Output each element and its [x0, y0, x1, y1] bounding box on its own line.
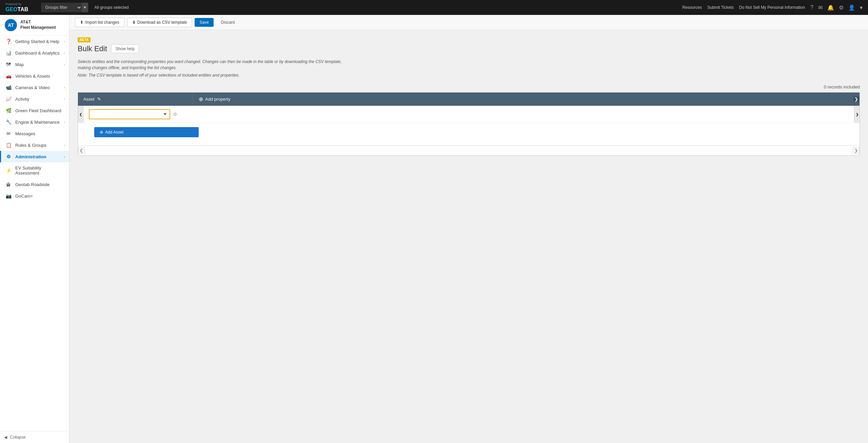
sidebar-item-rules[interactable]: 📋 Rules & Groups › [0, 139, 69, 151]
dashboard-icon: 📊 [5, 50, 12, 56]
sidebar-item-label: Administration [15, 154, 60, 159]
logo-brand-tab: TAB [18, 6, 28, 13]
discard-btn[interactable]: Discard [216, 18, 240, 27]
sidebar-item-engine[interactable]: 🔧 Engine & Maintenance › [0, 116, 69, 128]
submit-tickets-link[interactable]: Submit Tickets [707, 5, 734, 10]
bulk-edit-table: Asset ✎ ⊕ Add property ❯ [78, 92, 860, 156]
sidebar-item-label: Activity [15, 97, 60, 102]
sidebar-item-label: Cameras & Video [15, 85, 60, 90]
add-asset-btn[interactable]: ⊕ Add Asset [94, 127, 199, 137]
scroll-left-icon: ❮ [79, 113, 82, 116]
scroll-right-header[interactable]: ❯ [853, 97, 860, 102]
chevron-down-icon: › [64, 51, 65, 55]
do-not-sell-link[interactable]: Do Not Sell My Personal Information [739, 5, 805, 10]
edit-icon[interactable]: ✎ [97, 97, 101, 102]
user-icon[interactable]: 👤 [848, 4, 855, 11]
main-layout: AT AT&TFleet Management ❓ Getting Starte… [0, 15, 868, 443]
sidebar-item-ev-suitability[interactable]: ⚡ EV Suitability Assessment [0, 162, 69, 179]
sidebar-item-administration[interactable]: ⚙ Administration › [0, 151, 69, 162]
sidebar-item-cameras[interactable]: 📹 Cameras & Video › [0, 82, 69, 93]
import-list-btn[interactable]: ⬆ Import list changes [75, 18, 124, 27]
page-title: Bulk Edit [78, 44, 107, 53]
add-asset-plus-icon: ⊕ [100, 130, 103, 135]
sidebar: AT AT&TFleet Management ❓ Getting Starte… [0, 15, 70, 443]
sidebar-item-activity[interactable]: 📈 Activity › [0, 93, 69, 105]
logo: Powered by GEOTAB [5, 2, 28, 13]
records-count: 0 records included [78, 84, 860, 89]
sidebar-item-vehicles[interactable]: 🚗 Vehicles & Assets [0, 70, 69, 82]
download-csv-btn[interactable]: ⬇ Download as CSV template [127, 18, 192, 27]
scroll-left-btn[interactable]: ❮ [78, 106, 83, 123]
top-bar: Powered by GEOTAB Groups filter ▾ All gr… [0, 0, 868, 15]
beta-badge: BETA [78, 37, 91, 42]
asset-column-header: Asset ✎ [78, 93, 193, 105]
sidebar-item-gocam[interactable]: 📷 GoCam+ [0, 190, 69, 202]
resources-link[interactable]: Resources [683, 5, 702, 10]
sidebar-item-label: Rules & Groups [15, 143, 60, 148]
groups-filter-container: Groups filter ▾ [41, 3, 88, 12]
sidebar-item-label: Engine & Maintenance [15, 120, 60, 125]
logo-geo: GEO [5, 6, 18, 13]
chevron-down-icon: › [64, 143, 65, 147]
sidebar-logo-area: AT AT&TFleet Management [0, 15, 69, 36]
getting-started-icon: ❓ [5, 39, 12, 44]
settings-icon[interactable]: ⚙ [839, 4, 844, 11]
asset-settings-icon[interactable]: ⚙ [173, 112, 177, 117]
sidebar-item-dashboard[interactable]: 📊 Dashboard & Analytics › [0, 47, 69, 59]
add-property-btn[interactable]: ⊕ Add property [193, 93, 853, 106]
chevron-down-icon: › [64, 155, 65, 159]
sidebar-item-label: Messages [15, 131, 65, 136]
table-scroll-right-bottom[interactable]: ❯ [853, 147, 860, 154]
sidebar-item-map[interactable]: 🗺 Map › [0, 59, 69, 70]
sidebar-nav: ❓ Getting Started & Help › 📊 Dashboard &… [0, 36, 69, 431]
roadside-icon: 🛣 [5, 182, 12, 187]
ev-icon: ⚡ [5, 168, 12, 173]
all-groups-text: All groups selected [94, 5, 129, 10]
table-scroll-left-bottom[interactable]: ❮ [78, 147, 85, 154]
import-icon: ⬆ [80, 20, 83, 25]
scroll-right-btn[interactable]: ❯ [854, 106, 860, 123]
notification-icon[interactable]: 🔔 [827, 4, 834, 11]
save-btn[interactable]: Save [195, 18, 213, 27]
logo-powered: Powered by GEOTAB [5, 2, 28, 13]
sidebar-item-label: Dashboard & Analytics [15, 51, 60, 56]
cameras-icon: 📹 [5, 85, 12, 90]
sidebar-item-label: Green Fleet Dashboard [15, 108, 65, 113]
groups-filter-select[interactable]: Groups filter [41, 3, 82, 12]
mail-icon[interactable]: ✉ [818, 4, 823, 11]
chevron-down-icon: › [64, 85, 65, 89]
table-arrows-row: ❮ ❯ [78, 145, 860, 155]
map-icon: 🗺 [5, 62, 12, 67]
table-header: Asset ✎ ⊕ Add property ❯ [78, 93, 860, 106]
sidebar-item-label: Vehicles & Assets [15, 74, 65, 79]
groups-filter-dropdown-btn[interactable]: ▾ [82, 3, 88, 12]
company-logo-icon: AT [5, 19, 17, 31]
gocam-icon: 📷 [5, 193, 12, 199]
vehicles-icon: 🚗 [5, 73, 12, 79]
chevron-down-icon: › [64, 120, 65, 124]
top-bar-left: Powered by GEOTAB Groups filter ▾ All gr… [5, 2, 129, 13]
collapse-icon: ◀ [4, 435, 7, 440]
scroll-right-icon: ❯ [854, 97, 858, 102]
sidebar-item-getting-started[interactable]: ❓ Getting Started & Help › [0, 36, 69, 47]
page-description: Selects entities and the corresponding p… [78, 59, 349, 71]
activity-icon: 📈 [5, 96, 12, 102]
sidebar-collapse-btn[interactable]: ◀ Collapse [0, 431, 69, 443]
asset-dropdown[interactable] [89, 109, 170, 119]
show-help-btn[interactable]: Show help [111, 44, 139, 53]
top-bar-right: Resources Submit Tickets Do Not Sell My … [683, 4, 863, 11]
sidebar-item-label: EV Suitability Assessment [15, 165, 65, 176]
page-title-row: Bulk Edit Show help [78, 44, 860, 53]
sidebar-item-green-fleet[interactable]: 🌿 Green Fleet Dashboard [0, 105, 69, 116]
administration-icon: ⚙ [5, 154, 12, 159]
user-dropdown-icon[interactable]: ▾ [860, 4, 863, 11]
collapse-label: Collapse [10, 435, 26, 440]
toolbar: ⬆ Import list changes ⬇ Download as CSV … [70, 15, 868, 30]
sidebar-item-geotab-roadside[interactable]: 🛣 Geotab Roadside [0, 179, 69, 190]
chevron-down-icon: › [64, 39, 65, 43]
sidebar-item-messages[interactable]: ✉ Messages [0, 128, 69, 139]
help-icon[interactable]: ? [810, 4, 813, 11]
sidebar-item-label: GoCam+ [15, 194, 65, 199]
messages-icon: ✉ [5, 131, 12, 136]
page-note: Note: The CSV template is based off of y… [78, 73, 860, 78]
